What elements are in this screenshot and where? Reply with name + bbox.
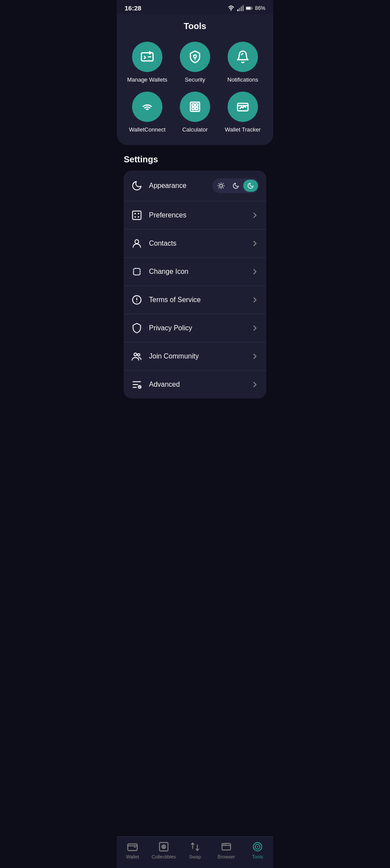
community-label: Join Community <box>149 352 245 360</box>
contacts-chevron <box>251 239 259 248</box>
status-icons: 86% <box>228 5 265 12</box>
tool-item-manage-wallets[interactable]: Manage Wallets <box>126 42 169 83</box>
tool-item-walletconnect[interactable]: WalletConnect <box>126 92 169 133</box>
preferences-icon <box>131 209 143 221</box>
svg-rect-6 <box>251 7 252 9</box>
contacts-label: Contacts <box>149 240 245 247</box>
calculator-icon-circle <box>180 92 210 122</box>
settings-row-privacy[interactable]: Privacy Policy <box>124 314 266 342</box>
svg-rect-4 <box>242 5 244 11</box>
settings-row-terms[interactable]: Terms of Service <box>124 286 266 314</box>
walletconnect-label: WalletConnect <box>129 126 165 133</box>
settings-row-change-icon[interactable]: Change Icon <box>124 258 266 286</box>
settings-section: Settings Appearance <box>117 145 273 398</box>
svg-line-24 <box>223 184 223 184</box>
svg-rect-25 <box>132 211 141 220</box>
manage-wallets-icon-circle <box>132 42 162 72</box>
svg-point-35 <box>134 353 137 356</box>
terms-label: Terms of Service <box>149 296 245 304</box>
toggle-system[interactable] <box>243 180 258 192</box>
notifications-label: Notifications <box>228 76 258 83</box>
battery-icon <box>246 5 253 12</box>
terms-icon <box>131 294 143 306</box>
security-icon <box>188 50 202 64</box>
status-bar: 16:28 86% <box>117 0 273 14</box>
svg-rect-31 <box>133 268 140 275</box>
notifications-icon <box>236 50 250 64</box>
security-icon-circle <box>180 42 210 72</box>
svg-rect-3 <box>241 7 242 11</box>
wallet-tracker-icon <box>236 100 250 114</box>
contacts-icon <box>131 237 143 250</box>
svg-rect-2 <box>239 8 240 11</box>
appearance-label: Appearance <box>149 182 206 190</box>
tool-item-wallet-tracker[interactable]: Wallet Tracker <box>221 92 264 133</box>
security-label: Security <box>185 76 205 83</box>
tools-section: Tools Manage Wallets <box>117 14 273 145</box>
svg-point-26 <box>135 213 136 214</box>
advanced-chevron <box>251 380 259 389</box>
manage-wallets-icon <box>140 50 154 64</box>
change-icon-label: Change Icon <box>149 268 245 276</box>
change-icon-icon <box>131 266 143 278</box>
terms-chevron <box>251 296 259 304</box>
battery-percentage: 86% <box>255 5 265 11</box>
calculator-label: Calculator <box>182 126 208 133</box>
community-chevron <box>251 352 259 361</box>
signal-icon <box>237 5 244 12</box>
svg-rect-15 <box>238 103 248 111</box>
settings-row-contacts[interactable]: Contacts <box>124 230 266 258</box>
svg-line-19 <box>219 184 219 184</box>
manage-wallets-label: Manage Wallets <box>127 76 168 83</box>
preferences-label: Preferences <box>149 211 245 219</box>
svg-rect-7 <box>246 7 251 9</box>
svg-rect-1 <box>237 9 238 11</box>
svg-point-30 <box>135 240 139 243</box>
preferences-chevron <box>251 211 259 220</box>
tools-title: Tools <box>126 21 264 31</box>
svg-line-23 <box>219 187 219 188</box>
svg-rect-13 <box>192 107 194 109</box>
svg-point-0 <box>231 10 231 11</box>
wallet-tracker-icon-circle <box>228 92 258 122</box>
svg-rect-8 <box>142 53 153 61</box>
svg-point-29 <box>138 216 139 217</box>
svg-rect-12 <box>195 104 198 106</box>
tool-item-notifications[interactable]: Notifications <box>221 42 264 83</box>
toggle-dark[interactable] <box>228 180 243 192</box>
svg-point-36 <box>138 354 140 356</box>
advanced-icon <box>131 378 143 391</box>
walletconnect-icon-circle <box>132 92 162 122</box>
privacy-label: Privacy Policy <box>149 324 245 332</box>
community-icon <box>131 350 143 362</box>
tool-item-calculator[interactable]: Calculator <box>173 92 217 133</box>
walletconnect-icon <box>140 100 154 114</box>
privacy-chevron <box>251 324 259 332</box>
settings-row-appearance[interactable]: Appearance <box>124 171 266 201</box>
wifi-icon <box>228 5 235 12</box>
appearance-icon <box>131 180 143 192</box>
privacy-icon <box>131 322 143 334</box>
tools-grid: Manage Wallets Security <box>126 42 264 133</box>
status-time: 16:28 <box>125 4 141 12</box>
svg-line-20 <box>223 187 223 188</box>
settings-row-community[interactable]: Join Community <box>124 342 266 371</box>
svg-rect-11 <box>192 104 194 106</box>
settings-card: Appearance <box>124 171 266 398</box>
svg-point-16 <box>220 184 223 187</box>
tool-item-security[interactable]: Security <box>173 42 217 83</box>
appearance-toggle[interactable] <box>212 178 259 193</box>
settings-row-advanced[interactable]: Advanced <box>124 371 266 398</box>
settings-title: Settings <box>124 155 266 164</box>
svg-point-27 <box>138 213 139 214</box>
change-icon-chevron <box>251 267 259 276</box>
svg-rect-14 <box>195 107 198 109</box>
notifications-icon-circle <box>228 42 258 72</box>
calculator-icon <box>188 100 202 114</box>
settings-row-preferences[interactable]: Preferences <box>124 201 266 230</box>
wallet-tracker-label: Wallet Tracker <box>225 126 261 133</box>
toggle-light[interactable] <box>214 180 228 192</box>
svg-point-28 <box>135 216 136 217</box>
advanced-label: Advanced <box>149 381 245 388</box>
